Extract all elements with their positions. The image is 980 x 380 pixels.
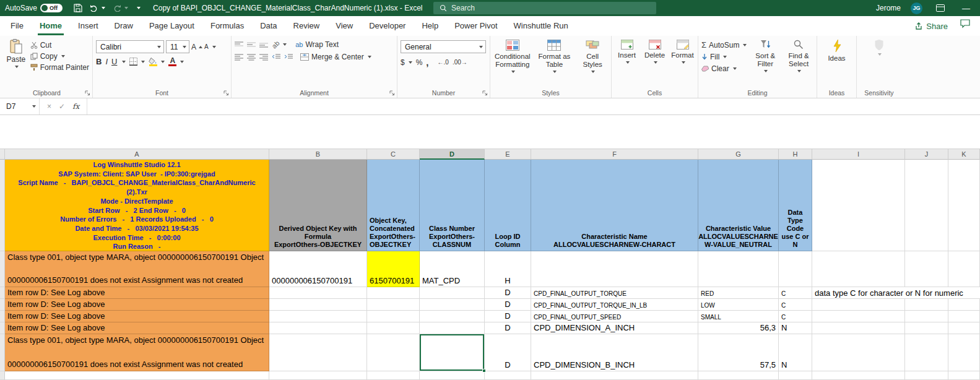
align-right-icon[interactable] (259, 53, 268, 61)
comma-style-button[interactable]: , (426, 57, 428, 67)
cell-G2[interactable] (698, 251, 779, 287)
shrink-font-button[interactable]: A (204, 43, 216, 50)
cell-H1-header[interactable]: Data Type Code use C or N (779, 160, 812, 251)
cell-A2-log-message[interactable]: Class type 001, object type MARA, object… (5, 251, 269, 287)
orientation-button[interactable]: ab (272, 41, 287, 48)
cell-C4[interactable] (367, 299, 420, 311)
cell-J8[interactable] (905, 371, 948, 380)
ribbon-display-options-button[interactable] (932, 3, 948, 13)
cell-G4[interactable]: LOW (698, 299, 779, 311)
align-left-icon[interactable] (235, 53, 243, 61)
cell-A4[interactable]: Item row D: See Log above (5, 299, 269, 311)
row-header-strip[interactable] (0, 334, 5, 371)
cell-H6[interactable]: N (779, 322, 812, 334)
align-middle-icon[interactable] (247, 41, 256, 48)
underline-button[interactable]: U (111, 57, 117, 66)
tab-help[interactable]: Help (414, 17, 446, 35)
cell-I7[interactable] (812, 334, 905, 371)
cell-B2[interactable]: 000000006150700191 (269, 251, 367, 287)
ideas-button[interactable]: Ideas (820, 39, 853, 63)
tab-review[interactable]: Review (285, 17, 328, 35)
cell-C8[interactable] (367, 371, 420, 380)
cell-I2[interactable] (812, 251, 905, 287)
cell-C3[interactable] (367, 287, 420, 299)
number-dialog-launcher-icon[interactable] (482, 90, 488, 96)
copy-button[interactable]: Copy (30, 52, 89, 61)
cell-D5[interactable] (420, 311, 485, 322)
tab-insert[interactable]: Insert (70, 17, 106, 35)
tab-power-pivot[interactable]: Power Pivot (446, 17, 505, 35)
align-top-icon[interactable] (235, 41, 243, 48)
tab-formulas[interactable]: Formulas (202, 17, 252, 35)
cell-G7[interactable]: 57,5 (698, 334, 779, 371)
accounting-format-button[interactable]: $ (401, 58, 412, 67)
cell-H5[interactable]: C (779, 311, 812, 322)
cell-F6[interactable]: CPD_DIMENSION_A_INCH (531, 322, 698, 334)
cell-A1-log-header[interactable]: Log Winshuttle Studio 12.1 SAP System: C… (5, 160, 269, 251)
cell-E1-header[interactable]: Loop ID Column (485, 160, 531, 251)
bold-button[interactable]: B (96, 57, 102, 66)
cell-I5[interactable] (812, 311, 905, 322)
cell-styles-button[interactable]: Cell Styles (577, 40, 608, 73)
fill-button[interactable]: Fill (701, 53, 747, 61)
search-box[interactable] (433, 2, 656, 14)
merge-center-button[interactable]: Merge & Center (300, 53, 371, 61)
column-header-i[interactable]: I (812, 149, 905, 160)
cell-K7[interactable] (948, 334, 980, 371)
cell-F8[interactable] (531, 371, 698, 380)
row-header-strip[interactable] (0, 160, 5, 251)
cell-H3[interactable]: C (779, 287, 812, 299)
cell-K5[interactable] (948, 311, 980, 322)
sort-filter-button[interactable]: Sort & Filter (750, 39, 780, 73)
tab-view[interactable]: View (327, 17, 361, 35)
tab-file[interactable]: File (2, 17, 32, 35)
cell-A6[interactable]: Item row D: See Log above (5, 322, 269, 334)
formula-input[interactable] (87, 98, 980, 114)
cell-I4[interactable] (812, 299, 905, 311)
fill-handle[interactable] (482, 369, 486, 373)
cell-F1-header[interactable]: Characteristic Name ALLOCVALUESCHARNEW-C… (531, 160, 698, 251)
align-bottom-icon[interactable] (259, 41, 268, 48)
font-dialog-launcher-icon[interactable] (223, 90, 229, 96)
tab-home[interactable]: Home (32, 17, 70, 35)
percent-style-button[interactable]: % (416, 58, 423, 67)
column-header-a[interactable]: A (5, 149, 269, 160)
cell-C7[interactable] (367, 334, 420, 371)
customize-qat-button[interactable] (132, 6, 144, 11)
autosave-toggle[interactable]: AutoSave Off (5, 4, 63, 12)
share-button[interactable]: Share (914, 16, 948, 36)
column-header-j[interactable]: J (905, 149, 948, 160)
clipboard-dialog-launcher-icon[interactable] (85, 90, 90, 96)
format-cells-button[interactable]: Format (670, 40, 695, 64)
cell-E4[interactable]: D (485, 299, 531, 311)
cell-J2[interactable] (905, 251, 948, 287)
column-header-b[interactable]: B (269, 149, 367, 160)
cell-E3[interactable]: D (485, 287, 531, 299)
cell-E6[interactable]: D (485, 322, 531, 334)
cell-H8[interactable] (779, 371, 812, 380)
cell-D4[interactable] (420, 299, 485, 311)
insert-cells-button[interactable]: Insert (615, 40, 639, 64)
cell-G1-header[interactable]: Characteristic Value ALLOCVALUESCHARNE W… (698, 160, 779, 251)
user-name[interactable]: Jerome (876, 4, 901, 12)
cell-D8[interactable] (420, 371, 485, 380)
tab-page-layout[interactable]: Page Layout (141, 17, 202, 35)
cell-K2[interactable] (948, 251, 980, 287)
cell-A8[interactable] (5, 371, 269, 380)
cell-C2-highlighted[interactable]: 6150700191 (367, 251, 420, 287)
cell-E5[interactable]: D (485, 311, 531, 322)
cell-A5[interactable]: Item row D: See Log above (5, 311, 269, 322)
column-header-f[interactable]: F (531, 149, 698, 160)
cell-B4[interactable] (269, 299, 367, 311)
cell-F7[interactable]: CPD_DIMENSION_B_INCH (531, 334, 698, 371)
column-header-e[interactable]: E (485, 149, 531, 160)
cell-E7[interactable]: D (485, 334, 531, 371)
cell-H2[interactable] (779, 251, 812, 287)
cut-button[interactable]: Cut (30, 41, 89, 50)
cell-B3[interactable] (269, 287, 367, 299)
fill-color-button[interactable] (149, 58, 165, 66)
format-as-table-button[interactable]: Format as Table (536, 40, 574, 73)
clear-button[interactable]: Clear (701, 64, 747, 73)
cell-G3[interactable]: RED (698, 287, 779, 299)
borders-button[interactable] (129, 58, 145, 66)
